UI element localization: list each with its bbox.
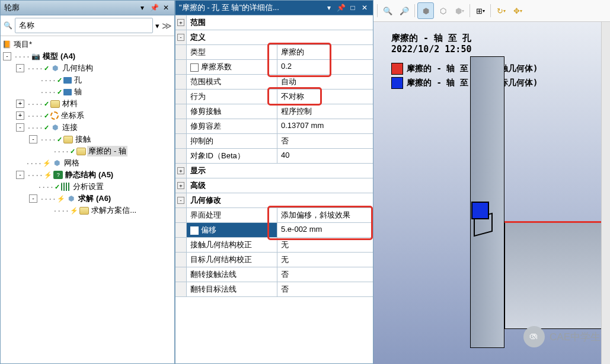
tree-hole[interactable]: ····✓孔: [1, 74, 174, 86]
tree-static[interactable]: -····⚡?静态结构 (A5): [1, 169, 174, 181]
bolt-icon: ⚡: [44, 171, 52, 179]
twisty-icon[interactable]: -: [16, 64, 24, 72]
csys-icon: [50, 111, 59, 120]
chevron-down-icon[interactable]: ▾: [138, 3, 147, 12]
twisty-icon[interactable]: -: [29, 194, 37, 203]
watermark: ෧ CAE中学生: [523, 326, 601, 347]
section-advanced[interactable]: +高级: [175, 178, 373, 193]
outline-tree: 📙项目* -····📷模型 (A4) -····✓⬢几何结构 ····✓孔 ··…: [1, 36, 174, 363]
shaded-cube-icon[interactable]: ⬢: [417, 2, 434, 19]
bolt-icon: ⚡: [43, 159, 51, 167]
body-icon: [63, 77, 72, 84]
refresh-icon[interactable]: ↻▾: [493, 3, 509, 18]
body-icon: [63, 89, 72, 95]
move-icon[interactable]: ✥▾: [510, 3, 525, 18]
filter-input[interactable]: 名称: [15, 18, 153, 33]
tree-shaft[interactable]: ····✓轴: [1, 86, 174, 98]
folder-icon: [63, 136, 73, 143]
outline-header: 轮廓 ▾ 📌 ✕: [1, 1, 174, 15]
section-scope[interactable]: +范围: [175, 15, 373, 30]
tree-material[interactable]: +····✓材料: [1, 98, 174, 110]
tree-contacts[interactable]: -····✓接触: [1, 133, 174, 145]
legend-item: 摩擦的 - 轴 至 孔 (接触几何体): [391, 63, 538, 75]
check-icon: ✓: [44, 100, 49, 108]
view-title: 摩擦的 - 轴 至 孔: [391, 33, 538, 44]
wechat-icon: ෧: [523, 326, 545, 347]
chevron-down-icon[interactable]: ▾: [324, 3, 334, 12]
tree-solution-info[interactable]: ····⚡求解方案信...: [1, 205, 174, 216]
analysis-icon: ?: [53, 171, 63, 179]
contact-icon: [76, 148, 86, 155]
connections-icon: ⬢: [50, 123, 60, 132]
row-flip-target[interactable]: 翻转目标法线否: [175, 282, 373, 297]
project-icon: 📙: [2, 40, 11, 49]
twisty-icon[interactable]: +: [16, 100, 24, 108]
filter-icon[interactable]: 🔍: [3, 21, 12, 30]
tree-project[interactable]: 📙项目*: [1, 39, 174, 50]
legend: 摩擦的 - 轴 至 孔 (接触几何体) 摩擦的 - 轴 至 孔 (目标几何体): [391, 63, 538, 89]
twisty-icon[interactable]: -: [16, 171, 24, 179]
check-icon: ✓: [55, 183, 60, 191]
row-trim-tol[interactable]: 修剪容差0.13707 mm: [175, 119, 373, 134]
pin-icon[interactable]: 📌: [336, 3, 346, 12]
row-suppressed[interactable]: 抑制的否: [175, 134, 373, 149]
filter-more-icon[interactable]: ≫: [162, 20, 172, 31]
filter-bar: 🔍 名称 ▾ ≫: [1, 15, 174, 36]
folder-icon: [50, 100, 60, 108]
row-flip-contact[interactable]: 翻转接触法线否: [175, 267, 373, 282]
section-display[interactable]: +显示: [175, 164, 373, 178]
tree-mesh[interactable]: ····⚡⬢网格: [1, 157, 174, 169]
row-target-corr[interactable]: 目标几何结构校正无: [175, 253, 373, 267]
geometry-plate-horizontal: [504, 221, 609, 329]
selection-contact: [471, 202, 489, 219]
mesh-icon: ⬢: [52, 158, 62, 168]
row-trim-contact[interactable]: 修剪接触程序控制: [175, 104, 373, 119]
3d-view[interactable]: 摩擦的 - 轴 至 孔 2022/10/2 12:50 摩擦的 - 轴 至 孔 …: [373, 22, 610, 364]
row-object-id[interactable]: 对象ID（Beta）40: [175, 149, 373, 164]
zoom-out-icon[interactable]: 🔎: [397, 3, 412, 18]
zoom-in-icon[interactable]: 🔍: [380, 3, 395, 18]
check-icon: ✓: [57, 76, 62, 84]
tree-connections[interactable]: -····✓⬢连接: [1, 122, 174, 133]
tree-solution[interactable]: -····⚡⬢求解 (A6): [1, 193, 174, 205]
close-icon[interactable]: ✕: [360, 3, 369, 12]
details-title: "摩擦的 - 孔 至 轴"的详细信...: [179, 2, 279, 13]
check-icon: ✓: [44, 112, 49, 120]
viewport-panel: 🔍 🔎 ⬢ ⬡ ⬢▾ ⊞▾ ↻▾ ✥▾ 摩擦的 - 轴 至 孔 2022/10/…: [373, 0, 610, 364]
bolt-icon: ⚡: [57, 195, 65, 203]
twisty-icon[interactable]: -: [29, 135, 37, 143]
check-icon: ✓: [57, 88, 62, 96]
tree-friction-item[interactable]: ····✓摩擦的 - 轴: [1, 145, 174, 157]
settings-icon: [61, 183, 71, 191]
legend-item: 摩擦的 - 轴 至 孔 (目标几何体): [391, 77, 538, 89]
tree-analysis-settings[interactable]: ····✓分析设置: [1, 181, 174, 193]
checkbox-icon[interactable]: [190, 226, 199, 235]
highlight-box: [267, 206, 373, 240]
tree-model[interactable]: -····📷模型 (A4): [1, 50, 174, 62]
twisty-icon[interactable]: +: [16, 111, 24, 120]
split-view-icon[interactable]: ⊞▾: [472, 3, 488, 18]
wireframe-cube-icon[interactable]: ⬡: [435, 3, 451, 18]
geometry-icon: ⬢: [50, 63, 60, 73]
folder-icon: [79, 207, 89, 215]
twisty-icon[interactable]: -: [16, 123, 24, 132]
maximize-icon[interactable]: □: [348, 3, 357, 12]
bolt-icon: ⚡: [70, 207, 78, 215]
filter-dropdown-icon[interactable]: ▾: [155, 21, 159, 30]
check-icon: ✓: [70, 148, 75, 155]
pin-icon[interactable]: 📌: [149, 3, 159, 12]
view-overlay: 摩擦的 - 轴 至 孔 2022/10/2 12:50 摩擦的 - 轴 至 孔 …: [391, 33, 538, 91]
outline-panel: 轮廓 ▾ 📌 ✕ 🔍 名称 ▾ ≫ 📙项目* -····📷模型 (A4) -··…: [0, 0, 175, 364]
details-grid: +范围 -定义 类型摩擦的 摩擦系数0.2 范围模式自动 行为不对称 修剪接触程…: [175, 15, 373, 363]
tree-csys[interactable]: +····✓坐标系: [1, 110, 174, 122]
ghost-cube-icon[interactable]: ⬢▾: [452, 3, 467, 18]
tree-geom[interactable]: -····✓⬢几何结构: [1, 62, 174, 74]
view-toolbar: 🔍 🔎 ⬢ ⬡ ⬢▾ ⊞▾ ↻▾ ✥▾: [373, 0, 610, 22]
details-header: "摩擦的 - 孔 至 轴"的详细信... ▾ 📌 □ ✕: [175, 1, 373, 15]
details-panel: "摩擦的 - 孔 至 轴"的详细信... ▾ 📌 □ ✕ +范围 -定义 类型摩…: [175, 0, 373, 364]
twisty-icon[interactable]: -: [3, 52, 11, 60]
check-icon: ✓: [44, 65, 49, 72]
close-icon[interactable]: ✕: [161, 3, 171, 12]
scrollbar[interactable]: [601, 22, 610, 364]
checkbox-icon[interactable]: [190, 63, 199, 72]
